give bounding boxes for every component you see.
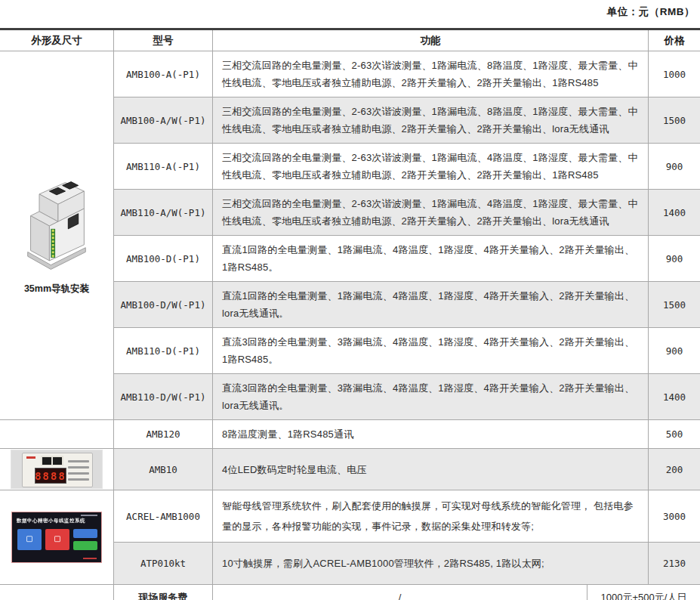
model-cell: AMB100-A/W(-P1)	[113, 97, 212, 143]
software-group: 数据中心精密小母线监控系统 ACREL-AMB1000 智能母线管理系统软件，刷…	[0, 490, 700, 584]
function-cell: 8路温度测量、1路RS485通讯	[212, 420, 648, 448]
model-cell: ATP010kt	[113, 542, 212, 584]
price-cell: 1000元+500元/人日	[587, 585, 700, 600]
unit-note: 单位：元（RMB）	[607, 5, 695, 19]
price-cell: 1000	[648, 51, 700, 97]
model-cell: 现场服务费	[113, 585, 212, 600]
price-cell: 900	[648, 235, 700, 281]
function-cell: 直流1回路的全电量测量、1路漏电流、4路温度、1路湿度、4路开关量输入、2路开关…	[212, 235, 648, 281]
screen-button-blue	[73, 529, 97, 538]
led-display: 8888	[35, 468, 66, 484]
indicator-window	[41, 456, 63, 465]
shape-cell-empty	[0, 420, 113, 448]
table-row-amb10: 8888 AMB10 4位LED数码定时轮显电流、电压 200	[0, 448, 700, 490]
header-function: 功能	[212, 30, 648, 51]
table-row-service-fee: 现场服务费 / 1000元+500元/人日	[0, 584, 700, 600]
header-price: 价格	[648, 30, 700, 51]
header-shape: 外形及尺寸	[0, 30, 113, 51]
price-table: 外形及尺寸 型号 功能 价格	[0, 28, 700, 600]
din-rail-group: 35mm导轨安装 AMB100-A(-P1) 三相交流回路的全电量测量、2-63…	[0, 51, 700, 419]
screen-button-green	[73, 541, 97, 550]
model-cell: ACREL-AMB1000	[113, 490, 212, 542]
shape-cell-empty	[0, 585, 113, 600]
table-row-amb120: AMB120 8路温度测量、1路RS485通讯 500	[0, 419, 700, 448]
screen-title: 数据中心精密小母线监控系统	[17, 518, 85, 524]
function-cell: 10寸触摸屏，需刷入ACREL-AMB1000管理软件，2路RS485, 1路以…	[212, 542, 648, 584]
model-cell: AMB100-D(-P1)	[113, 235, 212, 281]
price-cell: 200	[648, 449, 700, 490]
screen-footer-logo	[83, 558, 97, 560]
price-list-page: 单位：元（RMB） 外形及尺寸 型号 功能 价格	[0, 0, 700, 600]
price-cell: 1400	[648, 373, 700, 419]
price-cell: 1500	[648, 97, 700, 143]
screen-tile-red	[45, 529, 69, 550]
screen-statusbar	[81, 515, 97, 516]
function-cell: 4位LED数码定时轮显电流、电压	[212, 449, 648, 490]
function-cell: 三相交流回路的全电量测量、2-63次谐波测量、1路漏电流、4路温度、1路湿度、最…	[212, 143, 648, 189]
din-rail-device-photo	[19, 175, 94, 277]
din-rail-photo-cell: 35mm导轨安装	[0, 51, 113, 419]
function-cell: 三相交流回路的全电量测量、2-63次谐波测量、1路漏电流、8路温度、1路湿度、最…	[212, 97, 648, 143]
touchscreen-photo: 数据中心精密小母线监控系统	[11, 512, 102, 563]
header-model: 型号	[113, 30, 212, 51]
model-cell: AMB120	[113, 420, 212, 448]
price-cell: 1500	[648, 281, 700, 327]
price-cell: 900	[648, 143, 700, 189]
amb10-photo-cell: 8888	[0, 449, 113, 490]
touchscreen-photo-cell: 数据中心精密小母线监控系统	[0, 490, 113, 584]
screen-tile-blue	[17, 529, 42, 550]
function-cell: 直流1回路的全电量测量、1路漏电流、4路温度、1路湿度、4路开关量输入、2路开关…	[212, 281, 648, 327]
function-cell: 智能母线管理系统软件，刷入配套使用的触摸屏，可实现对母线系统的智能化管理， 包括…	[212, 490, 648, 542]
model-cell: AMB110-D(-P1)	[113, 327, 212, 373]
function-cell: 三相交流回路的全电量测量、2-63次谐波测量、1路漏电流、4路温度、1路湿度、最…	[212, 189, 648, 235]
table-header-row: 外形及尺寸 型号 功能 价格	[0, 30, 700, 51]
price-cell: 500	[648, 420, 700, 448]
key-labels	[68, 456, 89, 485]
function-cell: 三相交流回路的全电量测量、2-63次谐波测量、1路漏电流、8路温度、1路湿度、最…	[212, 51, 648, 97]
price-cell: 1400	[648, 189, 700, 235]
model-cell: AMB110-A/W(-P1)	[113, 189, 212, 235]
model-cell: AMB110-D/W(-P1)	[113, 373, 212, 419]
price-cell: 2130	[648, 542, 700, 584]
amb10-panel-photo: 8888	[11, 450, 103, 489]
function-cell: /	[212, 585, 587, 600]
brand-logo	[26, 456, 35, 459]
model-cell: AMB100-A(-P1)	[113, 51, 212, 97]
din-rail-mount-label: 35mm导轨安装	[24, 283, 89, 295]
price-cell: 3000	[648, 490, 700, 542]
function-cell: 直流3回路的全电量测量、3路漏电流、4路温度、1路湿度、4路开关量输入、2路开关…	[212, 373, 648, 419]
function-cell: 直流3回路的全电量测量、3路漏电流、4路温度、1路湿度、4路开关量输入、2路开关…	[212, 327, 648, 373]
model-cell: AMB100-D/W(-P1)	[113, 281, 212, 327]
model-cell: AMB110-A(-P1)	[113, 143, 212, 189]
price-cell: 900	[648, 327, 700, 373]
model-cell: AMB10	[113, 449, 212, 490]
